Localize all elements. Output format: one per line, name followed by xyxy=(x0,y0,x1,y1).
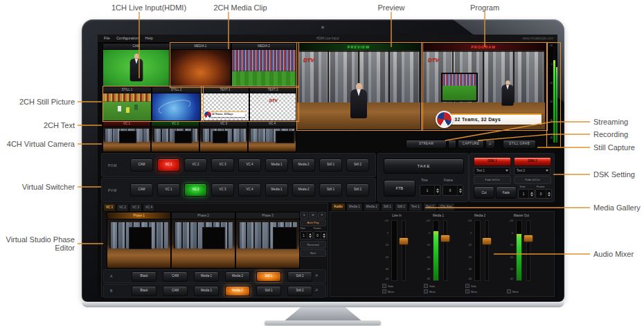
tab-media1[interactable]: Media 1 xyxy=(346,203,363,211)
take-time-spinner[interactable]: 1 xyxy=(420,185,440,196)
pgm-source-button-active[interactable]: VC 1 xyxy=(157,159,180,172)
tab-vc4[interactable]: VC 4 xyxy=(143,203,155,212)
tab-text2[interactable]: Text 2 xyxy=(423,203,437,211)
pgm-source-button[interactable]: Still 1 xyxy=(319,159,342,172)
pgm-source-button[interactable]: VC 4 xyxy=(238,159,261,172)
stillgrab-button[interactable]: STILL GRAB xyxy=(503,140,536,149)
tab-text1[interactable]: Text 1 xyxy=(409,203,422,211)
pgm-source-button[interactable]: Media 1 xyxy=(265,159,288,172)
stream-button[interactable]: STREAM xyxy=(406,140,447,149)
fader-track xyxy=(526,220,530,281)
tab-still1[interactable]: Still 1 xyxy=(381,203,394,211)
phase2-cell[interactable]: Phase 2 xyxy=(171,212,235,269)
pvw-source-button[interactable]: VC 3 xyxy=(211,183,234,197)
b-source-button[interactable]: CAM xyxy=(163,286,188,296)
dsk-cut-button[interactable]: Cut xyxy=(474,186,494,199)
a-source-button[interactable]: Black xyxy=(132,271,156,282)
text1-monitor[interactable]: TEXT 1 32 Teams, 32 Days xyxy=(201,87,249,121)
size-f-button[interactable]: F xyxy=(318,212,326,219)
tab-vc3[interactable]: VC 3 xyxy=(129,203,142,212)
mute-checkbox[interactable]: Mute xyxy=(424,289,436,293)
pgm-source-button[interactable]: VC 2 xyxy=(184,159,207,172)
solo-checkbox[interactable]: Solo xyxy=(465,284,476,288)
pvw-source-button[interactable]: CAM xyxy=(130,183,153,197)
a-source-button[interactable]: Media 1 xyxy=(194,271,219,282)
tab-chr-key[interactable]: Chr. Key xyxy=(438,203,455,211)
vc2-monitor[interactable]: VC 2 xyxy=(151,120,199,152)
pe-time-spinner[interactable]: 1 xyxy=(300,231,313,239)
a-source-button[interactable]: Media 2 xyxy=(225,271,250,282)
text2-monitor[interactable]: TEXT 2 DTV xyxy=(249,87,296,121)
dsk2-source-dropdown[interactable]: Text 2 xyxy=(514,167,551,175)
b-source-button[interactable]: Black xyxy=(132,286,156,296)
ftb-button[interactable]: FTB xyxy=(384,180,415,197)
fader-handle[interactable] xyxy=(482,237,492,245)
reversed-button[interactable]: Reversed xyxy=(300,241,326,248)
mute-checkbox[interactable]: Mute xyxy=(465,289,477,293)
menu-configuration[interactable]: Configuration xyxy=(116,35,139,42)
dsk2-fade-button[interactable]: Fade In/Out xyxy=(514,176,551,184)
pgm-source-button[interactable]: Media 2 xyxy=(292,159,315,172)
menu-help[interactable]: Help xyxy=(145,35,153,42)
take-frame-spinner[interactable]: 0 xyxy=(442,185,463,196)
vc4-monitor[interactable]: VC 4 xyxy=(248,120,296,152)
mute-checkbox[interactable]: Mute xyxy=(382,289,394,293)
search-icon[interactable]: ⌕ xyxy=(315,287,318,293)
tab-still2[interactable]: Still 2 xyxy=(395,203,408,211)
pvw-source-button-active[interactable]: VC 2 xyxy=(184,183,207,197)
menu-file[interactable]: File xyxy=(104,35,110,42)
dsk2-button[interactable]: DSK 2 xyxy=(514,157,551,166)
media2-monitor[interactable]: MEDIA 2 xyxy=(231,43,296,87)
b-source-button[interactable]: Still 1 xyxy=(256,286,281,296)
pvw-source-button[interactable]: VC 4 xyxy=(238,183,261,197)
pgm-source-button[interactable]: CAM xyxy=(130,159,153,172)
next-button[interactable]: Next xyxy=(300,249,326,257)
dsk-frame-spinner[interactable]: 0 xyxy=(535,189,552,199)
tab-vc2[interactable]: VC 2 xyxy=(116,203,129,212)
tab-media2[interactable]: Media 2 xyxy=(364,203,380,211)
pgm-source-button[interactable]: VC 3 xyxy=(211,159,234,172)
fader-handle[interactable] xyxy=(440,235,450,242)
vc1-monitor[interactable]: VC 1 xyxy=(102,120,151,152)
auto-play-button[interactable]: Auto Play xyxy=(300,219,326,226)
pe-frame-spinner[interactable]: 0 xyxy=(314,231,327,239)
search-icon[interactable]: ⌕ xyxy=(485,140,495,149)
b-source-button[interactable]: Media 1 xyxy=(194,286,219,296)
tab-audio[interactable]: Audio xyxy=(331,203,346,211)
phase2-thumb xyxy=(172,219,235,268)
cam-monitor[interactable]: CAM xyxy=(102,43,170,87)
size-m-button[interactable]: M xyxy=(309,212,317,219)
b-source-button[interactable]: Still 2 xyxy=(287,286,312,296)
search-icon[interactable]: ⌕ xyxy=(315,272,318,279)
size-s-button[interactable]: S xyxy=(300,212,308,219)
b-source-button-active[interactable]: Media 2 xyxy=(225,286,250,296)
media1-monitor[interactable]: MEDIA 1 xyxy=(170,43,231,87)
dsk1-source-dropdown[interactable]: Text 1 xyxy=(474,167,510,175)
take-button[interactable]: TAKE xyxy=(384,159,464,174)
a-source-button[interactable]: CAM xyxy=(163,271,188,282)
fader-handle[interactable] xyxy=(399,237,409,245)
pvw-source-button[interactable]: Still 1 xyxy=(319,183,342,197)
phase3-cell[interactable]: Phase 3 xyxy=(235,212,300,269)
pvw-source-button[interactable]: Media 1 xyxy=(265,183,288,197)
still1-monitor[interactable]: STILL 1 xyxy=(102,87,152,121)
tab-vc1[interactable]: VC 1 xyxy=(103,203,116,212)
pvw-source-button[interactable]: Still 2 xyxy=(346,183,369,197)
dsk1-button[interactable]: DSK 1 xyxy=(474,157,511,166)
phase1-cell[interactable]: Phase 1 xyxy=(107,212,171,269)
pgm-source-button[interactable]: Still 2 xyxy=(346,159,369,172)
solo-checkbox[interactable]: Solo xyxy=(382,284,393,288)
vc3-monitor[interactable]: VC 3 xyxy=(199,120,248,152)
capture-button[interactable]: CAPTURE xyxy=(458,140,484,149)
dsk1-fade-button[interactable]: Fade In/Out xyxy=(474,176,511,184)
pvw-source-button[interactable]: VC 1 xyxy=(157,183,180,197)
solo-checkbox[interactable]: Solo xyxy=(424,284,435,288)
fader-handle[interactable] xyxy=(524,235,533,242)
dsk-time-spinner[interactable]: 1 xyxy=(518,189,535,199)
mute-checkbox[interactable]: Mute xyxy=(507,289,519,293)
a-source-button[interactable]: Still 2 xyxy=(287,271,312,282)
pvw-source-button[interactable]: Media 2 xyxy=(292,183,315,197)
a-source-button-active[interactable]: Still 1 xyxy=(256,271,281,282)
dsk-fade-button[interactable]: Fade xyxy=(496,186,517,199)
still2-monitor[interactable]: STILL 2 xyxy=(152,87,201,121)
